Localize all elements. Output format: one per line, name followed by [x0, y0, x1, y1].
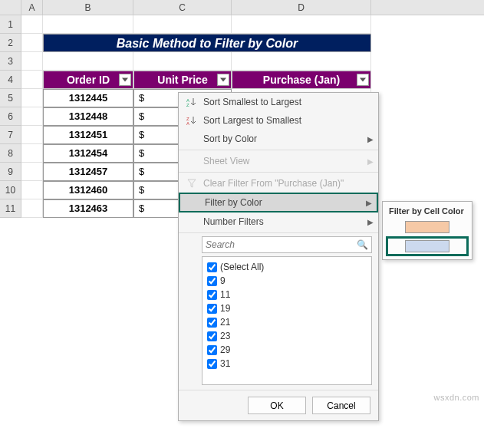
search-icon: 🔍 [357, 239, 368, 250]
row-4[interactable]: 4 [0, 71, 21, 89]
row-8[interactable]: 8 [0, 144, 21, 163]
row-9[interactable]: 9 [0, 163, 21, 181]
filter-value[interactable]: 19 [207, 301, 367, 315]
filter-value[interactable]: 31 [207, 357, 367, 371]
header-order-id: Order ID [43, 71, 133, 89]
cell-color-orange[interactable] [405, 221, 449, 233]
chevron-right-icon: ▶ [367, 218, 374, 226]
filter-by-color[interactable]: Filter by Color ▶ [179, 193, 378, 212]
sort-ascending[interactable]: AZ Sort Smallest to Largest [179, 93, 378, 111]
filter-value[interactable]: 29 [207, 343, 367, 357]
svg-text:A: A [186, 121, 189, 126]
sort-asc-icon: AZ [183, 97, 200, 107]
clear-filter: Clear Filter From "Purchase (Jan)" [179, 174, 378, 193]
page-title: Basic Method to Filter by Color [43, 34, 371, 52]
filter-values-list[interactable]: (Select All) 9 11 19 21 23 29 31 [202, 256, 372, 385]
corner-cell [0, 0, 21, 15]
search-input[interactable]: 🔍 [202, 236, 372, 253]
cell-color-blue[interactable] [405, 240, 449, 252]
row-7[interactable]: 7 [0, 126, 21, 144]
row-2[interactable]: 2 [0, 34, 21, 52]
cell-color-blue-highlight [386, 236, 469, 256]
filter-value[interactable]: 21 [207, 315, 367, 329]
header-unit-price: Unit Price [133, 71, 232, 89]
select-all-checkbox[interactable]: (Select All) [207, 260, 367, 274]
chevron-right-icon: ▶ [366, 199, 372, 207]
submenu-title: Filter by Cell Color [386, 205, 469, 219]
cancel-button[interactable]: Cancel [312, 397, 370, 414]
watermark: wsxdn.com [433, 393, 479, 402]
col-B[interactable]: B [43, 0, 133, 15]
row-1[interactable]: 1 [0, 15, 21, 34]
row-5[interactable]: 5 [0, 89, 21, 107]
sort-by-color[interactable]: Sort by Color ▶ [179, 130, 378, 148]
row-headers: 1 2 3 4 5 6 7 8 9 10 11 [0, 15, 21, 218]
ok-button[interactable]: OK [248, 397, 306, 414]
filter-by-color-submenu: Filter by Cell Color [382, 201, 472, 260]
number-filters[interactable]: Number Filters ▶ [179, 212, 378, 231]
col-C[interactable]: C [133, 0, 232, 15]
row-11[interactable]: 11 [0, 199, 21, 218]
col-D[interactable]: D [232, 0, 371, 15]
filter-button-purchase[interactable] [357, 74, 369, 86]
col-A[interactable]: A [21, 0, 43, 15]
column-headers: A B C D [0, 0, 484, 15]
filter-button-unit-price[interactable] [217, 74, 229, 86]
sort-desc-icon: ZA [183, 115, 200, 126]
filter-menu: AZ Sort Smallest to Largest ZA Sort Larg… [178, 92, 379, 421]
row-6[interactable]: 6 [0, 107, 21, 126]
row-3[interactable]: 3 [0, 52, 21, 71]
filter-value[interactable]: 9 [207, 274, 367, 288]
header-purchase: Purchase (Jan) [232, 71, 371, 89]
filter-button-order-id[interactable] [119, 74, 131, 86]
sheet-view: Sheet View ▶ [179, 152, 378, 170]
row-10[interactable]: 10 [0, 181, 21, 199]
chevron-right-icon: ▶ [367, 135, 374, 143]
filter-value[interactable]: 11 [207, 288, 367, 301]
filter-value[interactable]: 23 [207, 329, 367, 343]
clear-filter-icon [183, 178, 200, 189]
sort-descending[interactable]: ZA Sort Largest to Smallest [179, 111, 378, 130]
svg-text:Z: Z [186, 103, 189, 107]
